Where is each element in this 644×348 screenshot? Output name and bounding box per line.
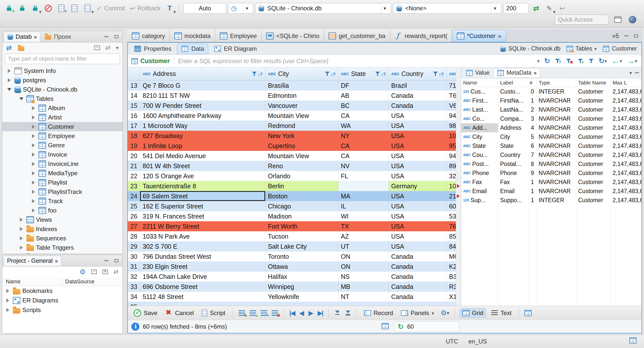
address-cell[interactable]: 1033 N Park Ave xyxy=(140,231,265,241)
tree-item[interactable]: Indexes xyxy=(2,224,123,234)
table-name-cell[interactable]: Customer xyxy=(576,114,611,123)
transaction-timer-select[interactable] xyxy=(228,3,253,14)
link-with-editor-icon[interactable] xyxy=(5,44,13,52)
column-header-datasource[interactable]: DataSource xyxy=(63,278,94,285)
filter-sort-icon[interactable] xyxy=(433,70,444,77)
state-cell[interactable]: ON xyxy=(338,251,389,262)
edit-mode-icon[interactable]: ▾ xyxy=(544,3,555,14)
edit-value-icon[interactable] xyxy=(237,310,246,316)
fetch-next-page-icon[interactable] xyxy=(333,310,341,317)
ordinal-cell[interactable]: 1 xyxy=(529,187,537,196)
country-cell[interactable]: USA xyxy=(389,121,447,131)
address-cell[interactable]: 1600 Amphitheatre Parkway xyxy=(140,111,265,121)
city-cell[interactable]: Mountain View xyxy=(265,111,338,121)
row-number-cell[interactable]: 13 xyxy=(128,80,140,91)
city-cell[interactable]: Madison xyxy=(265,211,338,221)
minimize-panel-icon[interactable] xyxy=(102,33,111,40)
table-row[interactable]: 33 696 Osborne Street Winnipeg MB Canada… xyxy=(128,282,456,292)
postalcode-cell[interactable]: 89 xyxy=(447,161,456,171)
expand-arrow-icon[interactable] xyxy=(30,181,36,185)
collapse-all-icon[interactable] xyxy=(90,269,98,275)
column-header-address[interactable]: ABCAddress xyxy=(140,67,265,80)
tab-value-viewer[interactable]: Value xyxy=(463,68,493,78)
expand-arrow-icon[interactable] xyxy=(6,69,12,73)
expand-arrow-icon[interactable] xyxy=(30,199,36,203)
postalcode-cell[interactable]: 98 xyxy=(447,121,456,131)
expand-arrow-icon[interactable] xyxy=(5,289,11,293)
metadata-row[interactable]: ABCCity City 5 NVARCHAR Customer 2,147,4… xyxy=(461,132,641,141)
calc-panel-icon[interactable] xyxy=(524,310,533,317)
table-row[interactable]: 31 230 Elgin Street Ottawa ON Canada K2 xyxy=(128,262,456,272)
column-name-cell[interactable]: ABCLast... xyxy=(461,105,498,114)
row-number-cell[interactable]: 30 xyxy=(128,251,140,262)
max-length-cell[interactable]: 2,147,483,647 xyxy=(611,159,641,168)
table-row[interactable]: 14 8210 111 ST NW Edmonton AB Canada T6 xyxy=(128,91,456,101)
state-cell[interactable]: IL xyxy=(338,201,389,211)
connect-icon[interactable] xyxy=(17,3,28,14)
city-cell[interactable]: Brasília xyxy=(265,80,338,91)
settings-gear-icon[interactable] xyxy=(78,267,87,277)
filter-save-icon[interactable] xyxy=(588,58,594,64)
type-cell[interactable]: INTEGER xyxy=(537,196,576,205)
row-number-cell[interactable]: 24 xyxy=(128,191,140,201)
address-cell[interactable]: 1 Microsoft Way xyxy=(140,121,265,131)
table-row[interactable]: 27 2211 W Berry Street Fort Worth TX USA… xyxy=(128,221,456,231)
state-cell[interactable]: NY xyxy=(338,131,389,141)
address-cell[interactable]: 627 Broadway xyxy=(140,131,265,141)
filter-add-icon[interactable] xyxy=(578,58,584,65)
address-cell[interactable]: 302 S 700 E xyxy=(140,241,265,251)
minimize-panel-icon[interactable] xyxy=(622,32,631,40)
editor-tab[interactable]: *Customer xyxy=(452,30,506,42)
ordinal-cell[interactable]: 1 xyxy=(529,178,537,187)
metadata-row[interactable]: ABCEmail Email 1 NVARCHAR Customer 2,147… xyxy=(461,187,641,196)
row-number-cell[interactable]: 20 xyxy=(128,151,140,161)
state-cell[interactable]: ON xyxy=(338,262,389,272)
expand-arrow-icon[interactable] xyxy=(6,78,12,82)
country-cell[interactable]: USA xyxy=(389,151,447,161)
tree-item[interactable]: Genre xyxy=(2,141,123,150)
column-name-cell[interactable]: ABCPhone xyxy=(461,168,498,178)
datasource-select[interactable]: SQLite - Chinook.db xyxy=(255,3,391,14)
max-length-cell[interactable]: 2,147,483,647 xyxy=(611,196,641,205)
ordinal-cell[interactable]: 0 xyxy=(529,87,537,96)
city-cell[interactable]: Salt Lake City xyxy=(265,241,338,251)
grid-panel-icon[interactable] xyxy=(381,323,390,330)
row-number-cell[interactable]: 18 xyxy=(128,131,140,141)
table-row[interactable]: 32 194A Chain Lake Drive Halifax NS Cana… xyxy=(128,272,456,282)
max-length-cell[interactable]: 2,147,483,647 xyxy=(611,132,641,141)
country-cell[interactable]: Canada xyxy=(389,101,447,111)
country-cell[interactable]: USA xyxy=(389,221,447,231)
row-number-cell[interactable]: 33 xyxy=(128,282,140,292)
column-header-city[interactable]: ABCCity xyxy=(265,67,338,80)
row-number-cell[interactable]: 28 xyxy=(128,231,140,241)
breadcrumb-datasource[interactable]: SQLite - Chinook.db xyxy=(500,45,560,52)
table-row[interactable]: 30 796 Dundas Street West Toronto ON Can… xyxy=(128,251,456,262)
close-tab-icon[interactable] xyxy=(534,69,537,76)
sync-connection-icon[interactable] xyxy=(531,3,542,14)
disconnect-icon[interactable] xyxy=(43,3,54,14)
address-cell[interactable]: 69 Salem Street xyxy=(140,191,265,201)
table-name-cell[interactable]: Customer xyxy=(576,150,611,159)
city-cell[interactable]: Yellowknife xyxy=(265,292,338,302)
column-name-cell[interactable]: 123Cus... xyxy=(461,87,498,96)
postalcode-cell[interactable]: 94 xyxy=(447,111,456,121)
filter-history-icon[interactable] xyxy=(537,58,540,64)
tab-database-navigator[interactable]: Datab xyxy=(4,32,40,42)
auto-refresh-control[interactable]: 60 xyxy=(394,321,459,332)
rollback-button[interactable]: Rollback xyxy=(128,5,162,12)
country-cell[interactable]: Germany xyxy=(389,181,447,191)
state-cell[interactable]: BC xyxy=(338,101,389,111)
max-length-cell[interactable]: 2,147,483,647 xyxy=(611,150,641,159)
expand-arrow-icon[interactable] xyxy=(5,298,11,302)
type-cell[interactable]: NVARCHAR xyxy=(537,141,576,150)
state-cell[interactable]: MB xyxy=(338,282,389,292)
close-tab-icon[interactable] xyxy=(498,32,501,39)
metadata-row[interactable]: ABCCou... Country 7 NVARCHAR Customer 2,… xyxy=(461,150,641,159)
minimize-panel-icon[interactable] xyxy=(634,72,640,74)
row-number-cell[interactable]: 31 xyxy=(128,262,140,272)
column-name-cell[interactable]: ABCState xyxy=(461,141,498,150)
postalcode-cell[interactable]: 53 xyxy=(447,211,456,221)
address-cell[interactable]: 700 W Pender Street xyxy=(140,101,265,111)
expand-arrow-icon[interactable] xyxy=(30,143,36,147)
country-cell[interactable] xyxy=(389,302,447,306)
